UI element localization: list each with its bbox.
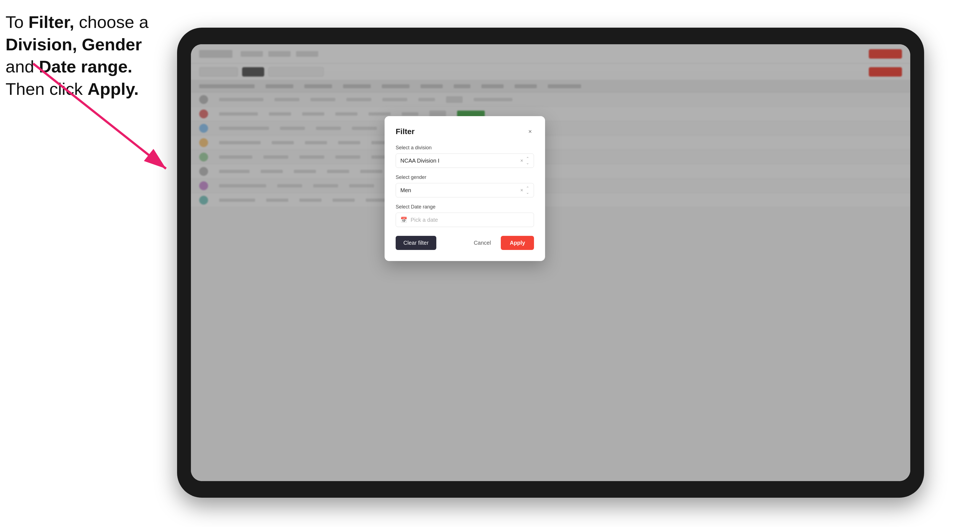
division-value: NCAA Division I xyxy=(400,157,439,164)
gender-value: Men xyxy=(400,187,411,194)
tablet-screen: Filter × Select a division NCAA Division… xyxy=(191,44,910,481)
instruction-text: To Filter, choose a Division, Gender and… xyxy=(6,11,166,100)
date-range-field: Select Date range 📅 Pick a date xyxy=(396,204,534,227)
division-select[interactable]: NCAA Division I × ⌃⌄ xyxy=(396,154,534,168)
modal-header: Filter × xyxy=(396,127,534,136)
gender-label: Select gender xyxy=(396,175,534,180)
modal-close-button[interactable]: × xyxy=(526,128,534,135)
modal-overlay: Filter × Select a division NCAA Division… xyxy=(191,44,910,481)
division-arrows-icon: ⌃⌄ xyxy=(526,156,529,165)
gender-clear-icon[interactable]: × xyxy=(520,187,523,193)
division-select-controls: × ⌃⌄ xyxy=(520,156,529,165)
instruction-line3: and Date range. xyxy=(6,56,166,78)
apply-bold: Apply. xyxy=(88,79,138,98)
apply-button[interactable]: Apply xyxy=(501,236,534,250)
gender-select-controls: × ⌃⌄ xyxy=(520,186,529,195)
tablet-device: Filter × Select a division NCAA Division… xyxy=(177,28,924,498)
modal-title: Filter xyxy=(396,127,414,136)
instruction-line2: Division, Gender xyxy=(6,33,166,56)
modal-footer-right: Cancel Apply xyxy=(468,236,534,250)
date-range-input[interactable]: 📅 Pick a date xyxy=(396,213,534,227)
instruction-line4: Then click Apply. xyxy=(6,78,166,100)
division-field: Select a division NCAA Division I × ⌃⌄ xyxy=(396,145,534,168)
date-range-label: Select Date range xyxy=(396,204,534,210)
filter-bold: Filter, xyxy=(29,13,74,32)
division-clear-icon[interactable]: × xyxy=(520,158,523,163)
date-range-bold: Date range. xyxy=(39,57,132,76)
division-label: Select a division xyxy=(396,145,534,151)
clear-filter-button[interactable]: Clear filter xyxy=(396,236,436,250)
date-placeholder: Pick a date xyxy=(410,217,438,223)
cancel-button[interactable]: Cancel xyxy=(468,236,496,250)
gender-arrows-icon: ⌃⌄ xyxy=(526,186,529,195)
modal-footer: Clear filter Cancel Apply xyxy=(396,236,534,250)
instruction-line1: To Filter, choose a xyxy=(6,11,166,33)
gender-select[interactable]: Men × ⌃⌄ xyxy=(396,183,534,197)
filter-modal: Filter × Select a division NCAA Division… xyxy=(385,116,545,261)
calendar-icon: 📅 xyxy=(400,216,407,223)
division-gender-bold: Division, Gender xyxy=(6,35,142,54)
gender-field: Select gender Men × ⌃⌄ xyxy=(396,175,534,197)
